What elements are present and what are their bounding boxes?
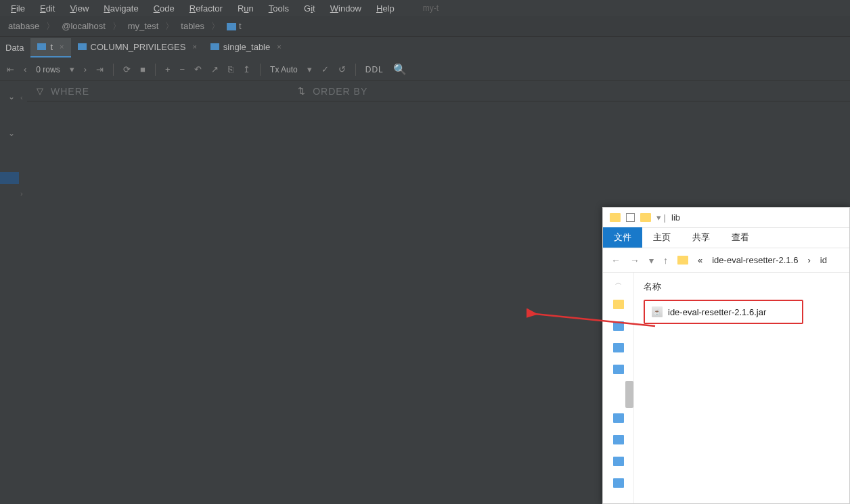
explorer-title: lib — [671, 212, 680, 223]
tx-mode-label[interactable]: Tx Auto — [270, 65, 298, 74]
quick-item-icon[interactable] — [613, 478, 624, 488]
watermark: 知乎 @Ruby — [694, 461, 838, 492]
quick-item-icon[interactable] — [613, 435, 624, 444]
toolbar-sep — [155, 64, 156, 76]
breadcrumb-schema[interactable]: my_test — [125, 20, 162, 32]
prev-page-button[interactable]: ‹ — [24, 64, 26, 74]
explorer-ribbon: 文件 主页 共享 查看 — [603, 228, 849, 248]
back-button[interactable]: ← — [611, 255, 621, 266]
breadcrumb-tables[interactable]: tables — [178, 20, 207, 32]
quick-folder-icon[interactable] — [613, 300, 624, 309]
menu-tools[interactable]: Tools — [262, 2, 296, 15]
folder-icon — [677, 256, 688, 265]
breadcrumb-sep: 〉 — [211, 20, 220, 32]
table-icon — [78, 43, 87, 50]
revert-button[interactable]: ↶ — [194, 64, 202, 74]
scroll-up-icon[interactable]: ︿ — [615, 278, 622, 288]
forward-button[interactable]: → — [630, 255, 640, 266]
menu-navigate[interactable]: Navigate — [97, 2, 145, 15]
quick-access-bar: ︿ — [603, 273, 634, 503]
jar-icon: ☕ — [652, 306, 663, 317]
path-tail[interactable]: id — [820, 255, 827, 265]
tx-commit-button[interactable]: ✓ — [321, 64, 329, 74]
quick-item-icon[interactable] — [613, 413, 624, 423]
rows-label: 0 rows — [36, 65, 60, 74]
tab-single-table[interactable]: single_table × — [204, 38, 288, 58]
column-header-name[interactable]: 名称 — [644, 278, 840, 300]
data-toolbar: ⇤ ‹ 0 rows ▾ › ⇥ ⟳ ■ + − ↶ ↗ ⎘ ↥ Tx Auto… — [0, 58, 850, 81]
file-explorer-window: ▾ | lib 文件 主页 共享 查看 ← → ▾ ↑ « ide-eval-r… — [602, 207, 850, 504]
filter-bar: ▽ WHERE ⇅ ORDER BY — [27, 81, 850, 101]
toolbar-sep — [113, 64, 114, 76]
first-page-button[interactable]: ⇤ — [7, 64, 14, 74]
ribbon-tab-home[interactable]: 主页 — [642, 227, 681, 248]
filter-icon: ▽ — [37, 86, 44, 96]
quick-item-icon[interactable] — [613, 457, 624, 466]
submit-button[interactable]: ↥ — [243, 64, 250, 74]
project-name: my-t — [423, 3, 439, 13]
breadcrumb-table[interactable]: t — [224, 20, 244, 32]
checkbox-icon[interactable] — [626, 213, 635, 222]
menu-help[interactable]: Help — [370, 2, 401, 15]
breadcrumb-sep: 〉 — [112, 20, 121, 32]
collapse-icon[interactable]: ⌄ — [8, 129, 15, 138]
rows-dropdown-icon[interactable]: ▾ — [70, 64, 74, 74]
menu-file[interactable]: File — [4, 2, 32, 15]
tx-dropdown-icon[interactable]: ▾ — [307, 64, 312, 74]
commit-button[interactable]: ↗ — [211, 64, 219, 74]
breadcrumb-host[interactable]: @localhost — [59, 20, 108, 32]
menu-run[interactable]: Run — [231, 2, 261, 15]
add-row-button[interactable]: + — [165, 64, 171, 74]
ribbon-tab-share[interactable]: 共享 — [681, 227, 721, 248]
ribbon-tab-view[interactable]: 查看 — [721, 227, 760, 248]
reload-button[interactable]: ⟳ — [123, 64, 131, 74]
quick-item-icon[interactable] — [613, 343, 624, 352]
quick-item-icon[interactable] — [613, 365, 624, 374]
tab-t[interactable]: t × — [30, 38, 70, 58]
last-page-button[interactable]: ⇥ — [96, 64, 104, 74]
sort-icon: ⇅ — [298, 86, 306, 96]
main-menubar: File Edit View Navigate Code Refactor Ru… — [0, 0, 850, 16]
path-sep: › — [807, 255, 810, 265]
scrollbar-thumb[interactable] — [625, 381, 633, 408]
tab-column-privileges[interactable]: COLUMN_PRIVILEGES × — [71, 38, 204, 58]
folder-icon — [610, 213, 621, 222]
collapse-icon[interactable]: ⌄ — [8, 92, 15, 101]
stop-button[interactable]: ■ — [140, 64, 146, 74]
quick-item-icon[interactable] — [613, 321, 624, 331]
orderby-label: ORDER BY — [313, 86, 367, 97]
breadcrumb-sep: 〉 — [46, 20, 55, 32]
tx-rollback-button[interactable]: ↺ — [338, 64, 346, 74]
table-icon — [37, 43, 46, 50]
close-icon[interactable]: × — [192, 43, 196, 51]
menu-git[interactable]: Git — [297, 2, 322, 15]
toolbar-sep — [260, 64, 261, 76]
close-icon[interactable]: × — [60, 43, 64, 51]
breadcrumb-database[interactable]: atabase — [5, 20, 42, 32]
menu-window[interactable]: Window — [323, 2, 368, 15]
title-sep: ▾ | — [656, 212, 666, 223]
up-button[interactable]: ↑ — [663, 255, 668, 266]
path-folder-name[interactable]: ide-eval-resetter-2.1.6 — [712, 255, 798, 265]
breadcrumb: atabase 〉 @localhost 〉 my_test 〉 tables … — [0, 16, 850, 37]
menu-refactor[interactable]: Refactor — [183, 2, 229, 15]
explorer-titlebar[interactable]: ▾ | lib — [603, 208, 849, 228]
where-section[interactable]: ▽ WHERE — [27, 86, 99, 97]
orderby-section[interactable]: ⇅ ORDER BY — [288, 86, 377, 97]
file-row-highlighted[interactable]: ☕ ide-eval-resetter-2.1.6.jar — [644, 300, 803, 324]
recent-dropdown-icon[interactable]: ▾ — [649, 255, 654, 266]
search-icon[interactable]: 🔍 — [393, 63, 407, 76]
ribbon-tab-file[interactable]: 文件 — [603, 227, 642, 248]
structure-gutter: ⌄ ‹ ⌄ › — [0, 101, 27, 504]
remove-row-button[interactable]: − — [179, 64, 185, 74]
next-page-button[interactable]: › — [84, 64, 87, 74]
gutter-marker: › — [20, 189, 23, 198]
menu-code[interactable]: Code — [147, 2, 181, 15]
ddl-button[interactable]: DDL — [365, 65, 384, 74]
menu-edit[interactable]: Edit — [33, 2, 62, 15]
breadcrumb-sep: 〉 — [165, 20, 174, 32]
table-icon — [210, 43, 219, 50]
close-icon[interactable]: × — [277, 43, 281, 51]
clone-row-button[interactable]: ⎘ — [228, 64, 233, 74]
menu-view[interactable]: View — [63, 2, 95, 15]
